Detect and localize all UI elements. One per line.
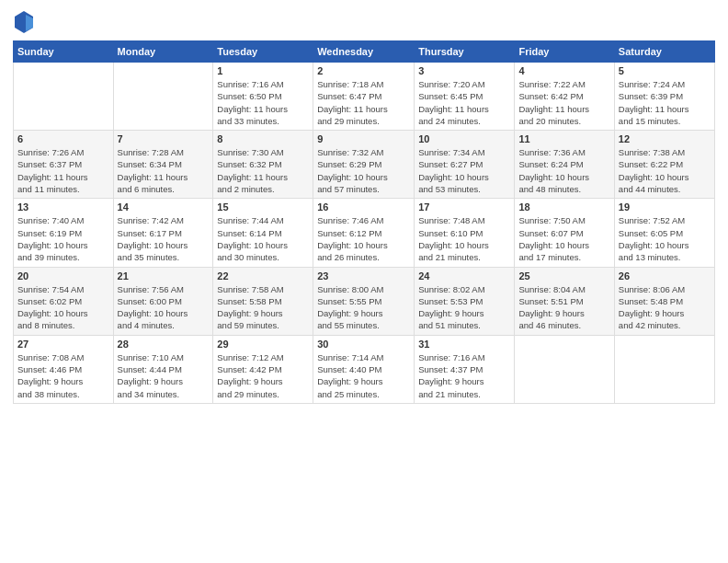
cell-content: Sunrise: 7:50 AM Sunset: 6:07 PM Dayligh… — [518, 214, 609, 263]
cell-content: Sunrise: 7:40 AM Sunset: 6:19 PM Dayligh… — [17, 214, 109, 263]
cell-content: Sunrise: 7:36 AM Sunset: 6:24 PM Dayligh… — [518, 146, 609, 195]
day-number: 13 — [17, 201, 109, 213]
cell-content: Sunrise: 7:16 AM Sunset: 6:50 PM Dayligh… — [217, 78, 309, 127]
weekday-header: Sunday — [14, 41, 114, 63]
cell-content: Sunrise: 7:20 AM Sunset: 6:45 PM Dayligh… — [418, 78, 510, 127]
calendar-cell: 15Sunrise: 7:44 AM Sunset: 6:14 PM Dayli… — [213, 199, 313, 267]
logo — [13, 9, 37, 35]
day-number: 30 — [317, 339, 410, 350]
calendar-row: 6Sunrise: 7:26 AM Sunset: 6:37 PM Daylig… — [14, 131, 715, 199]
calendar-cell: 17Sunrise: 7:48 AM Sunset: 6:10 PM Dayli… — [415, 199, 515, 267]
cell-content: Sunrise: 7:08 AM Sunset: 4:46 PM Dayligh… — [17, 351, 109, 400]
cell-content: Sunrise: 7:32 AM Sunset: 6:29 PM Dayligh… — [317, 146, 410, 195]
cell-content: Sunrise: 7:52 AM Sunset: 6:05 PM Dayligh… — [619, 214, 711, 263]
cell-content: Sunrise: 7:14 AM Sunset: 4:40 PM Dayligh… — [317, 351, 410, 400]
cell-content: Sunrise: 7:24 AM Sunset: 6:39 PM Dayligh… — [619, 78, 711, 127]
day-number: 31 — [418, 339, 510, 350]
day-number: 9 — [317, 133, 410, 144]
header — [13, 9, 715, 35]
cell-content: Sunrise: 7:56 AM Sunset: 6:00 PM Dayligh… — [118, 283, 210, 332]
day-number: 18 — [518, 201, 609, 213]
day-number: 12 — [619, 133, 711, 144]
calendar-cell: 19Sunrise: 7:52 AM Sunset: 6:05 PM Dayli… — [614, 199, 714, 267]
cell-content: Sunrise: 7:48 AM Sunset: 6:10 PM Dayligh… — [418, 214, 510, 263]
cell-content: Sunrise: 8:00 AM Sunset: 5:55 PM Dayligh… — [317, 283, 410, 332]
calendar-cell — [14, 63, 114, 131]
cell-content: Sunrise: 7:38 AM Sunset: 6:22 PM Dayligh… — [619, 146, 711, 195]
calendar-cell: 28Sunrise: 7:10 AM Sunset: 4:44 PM Dayli… — [113, 335, 213, 403]
day-number: 16 — [317, 201, 410, 213]
day-number: 8 — [217, 133, 309, 144]
calendar-header: SundayMondayTuesdayWednesdayThursdayFrid… — [14, 41, 715, 63]
calendar-row: 20Sunrise: 7:54 AM Sunset: 6:02 PM Dayli… — [14, 267, 715, 335]
cell-content: Sunrise: 7:16 AM Sunset: 4:37 PM Dayligh… — [418, 351, 510, 400]
logo-icon — [13, 9, 35, 35]
cell-content: Sunrise: 7:28 AM Sunset: 6:34 PM Dayligh… — [118, 146, 210, 195]
calendar-cell: 21Sunrise: 7:56 AM Sunset: 6:00 PM Dayli… — [113, 267, 213, 335]
weekday-header: Saturday — [614, 41, 714, 63]
calendar-row: 13Sunrise: 7:40 AM Sunset: 6:19 PM Dayli… — [14, 199, 715, 267]
day-number: 29 — [217, 339, 309, 350]
calendar-cell: 31Sunrise: 7:16 AM Sunset: 4:37 PM Dayli… — [415, 335, 515, 403]
calendar-cell: 30Sunrise: 7:14 AM Sunset: 4:40 PM Dayli… — [313, 335, 415, 403]
day-number: 23 — [317, 270, 410, 282]
calendar-cell: 9Sunrise: 7:32 AM Sunset: 6:29 PM Daylig… — [313, 131, 415, 199]
calendar-table: SundayMondayTuesdayWednesdayThursdayFrid… — [13, 40, 715, 404]
calendar-cell — [515, 335, 614, 403]
day-number: 5 — [619, 65, 711, 76]
calendar-cell: 5Sunrise: 7:24 AM Sunset: 6:39 PM Daylig… — [614, 63, 714, 131]
cell-content: Sunrise: 7:46 AM Sunset: 6:12 PM Dayligh… — [317, 214, 410, 263]
day-number: 20 — [17, 270, 109, 282]
calendar-cell: 8Sunrise: 7:30 AM Sunset: 6:32 PM Daylig… — [213, 131, 313, 199]
calendar-cell: 23Sunrise: 8:00 AM Sunset: 5:55 PM Dayli… — [313, 267, 415, 335]
cell-content: Sunrise: 7:10 AM Sunset: 4:44 PM Dayligh… — [118, 351, 210, 400]
calendar-row: 1Sunrise: 7:16 AM Sunset: 6:50 PM Daylig… — [14, 63, 715, 131]
day-number: 27 — [17, 339, 109, 350]
calendar-cell: 6Sunrise: 7:26 AM Sunset: 6:37 PM Daylig… — [14, 131, 114, 199]
day-number: 1 — [217, 65, 309, 76]
cell-content: Sunrise: 7:44 AM Sunset: 6:14 PM Dayligh… — [217, 214, 309, 263]
cell-content: Sunrise: 8:02 AM Sunset: 5:53 PM Dayligh… — [418, 283, 510, 332]
calendar-cell: 7Sunrise: 7:28 AM Sunset: 6:34 PM Daylig… — [113, 131, 213, 199]
calendar-cell: 18Sunrise: 7:50 AM Sunset: 6:07 PM Dayli… — [515, 199, 614, 267]
cell-content: Sunrise: 7:26 AM Sunset: 6:37 PM Dayligh… — [17, 146, 109, 195]
page: SundayMondayTuesdayWednesdayThursdayFrid… — [0, 0, 728, 563]
calendar-cell: 11Sunrise: 7:36 AM Sunset: 6:24 PM Dayli… — [515, 131, 614, 199]
day-number: 2 — [317, 65, 410, 76]
calendar-cell — [113, 63, 213, 131]
calendar-cell: 1Sunrise: 7:16 AM Sunset: 6:50 PM Daylig… — [213, 63, 313, 131]
day-number: 3 — [418, 65, 510, 76]
day-number: 4 — [518, 65, 609, 76]
weekday-header: Thursday — [415, 41, 515, 63]
calendar-cell: 13Sunrise: 7:40 AM Sunset: 6:19 PM Dayli… — [14, 199, 114, 267]
day-number: 26 — [619, 270, 711, 282]
calendar-cell: 26Sunrise: 8:06 AM Sunset: 5:48 PM Dayli… — [614, 267, 714, 335]
day-number: 14 — [118, 201, 210, 213]
day-number: 28 — [118, 339, 210, 350]
cell-content: Sunrise: 7:22 AM Sunset: 6:42 PM Dayligh… — [518, 78, 609, 127]
calendar-cell: 14Sunrise: 7:42 AM Sunset: 6:17 PM Dayli… — [113, 199, 213, 267]
calendar-cell: 29Sunrise: 7:12 AM Sunset: 4:42 PM Dayli… — [213, 335, 313, 403]
weekday-header: Tuesday — [213, 41, 313, 63]
cell-content: Sunrise: 8:06 AM Sunset: 5:48 PM Dayligh… — [619, 283, 711, 332]
day-number: 6 — [17, 133, 109, 144]
cell-content: Sunrise: 8:04 AM Sunset: 5:51 PM Dayligh… — [518, 283, 609, 332]
day-number: 10 — [418, 133, 510, 144]
cell-content: Sunrise: 7:58 AM Sunset: 5:58 PM Dayligh… — [217, 283, 309, 332]
cell-content: Sunrise: 7:30 AM Sunset: 6:32 PM Dayligh… — [217, 146, 309, 195]
cell-content: Sunrise: 7:18 AM Sunset: 6:47 PM Dayligh… — [317, 78, 410, 127]
day-number: 24 — [418, 270, 510, 282]
day-number: 15 — [217, 201, 309, 213]
calendar-cell: 2Sunrise: 7:18 AM Sunset: 6:47 PM Daylig… — [313, 63, 415, 131]
cell-content: Sunrise: 7:42 AM Sunset: 6:17 PM Dayligh… — [118, 214, 210, 263]
calendar-cell: 4Sunrise: 7:22 AM Sunset: 6:42 PM Daylig… — [515, 63, 614, 131]
calendar-row: 27Sunrise: 7:08 AM Sunset: 4:46 PM Dayli… — [14, 335, 715, 403]
calendar-body: 1Sunrise: 7:16 AM Sunset: 6:50 PM Daylig… — [14, 63, 715, 404]
calendar-cell: 22Sunrise: 7:58 AM Sunset: 5:58 PM Dayli… — [213, 267, 313, 335]
day-number: 17 — [418, 201, 510, 213]
day-number: 21 — [118, 270, 210, 282]
day-number: 19 — [619, 201, 711, 213]
day-number: 7 — [118, 133, 210, 144]
cell-content: Sunrise: 7:12 AM Sunset: 4:42 PM Dayligh… — [217, 351, 309, 400]
header-row: SundayMondayTuesdayWednesdayThursdayFrid… — [14, 41, 715, 63]
